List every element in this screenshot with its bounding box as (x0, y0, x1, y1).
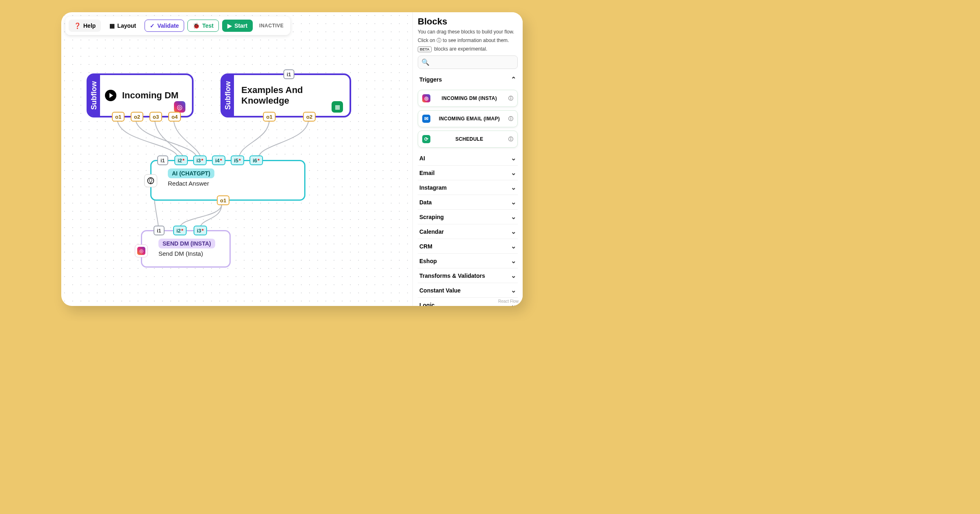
subflow-tab: Subflow (222, 75, 234, 116)
block-label: INCOMING DM (INSTA) (434, 95, 504, 101)
mail-icon: ✉ (422, 115, 430, 123)
validate-button[interactable]: ✓ Validate (145, 20, 184, 32)
blocks-sidebar: Blocks You can drag these blocks to buil… (412, 12, 523, 306)
port-output[interactable]: o4 (168, 112, 181, 122)
start-button[interactable]: ▶ Start (222, 20, 253, 32)
triggers-list: ◎ INCOMING DM (INSTA) ⓘ ✉ INCOMING EMAIL… (418, 90, 518, 148)
play-circle-icon (105, 90, 116, 101)
chevron-down-icon (511, 154, 516, 162)
port-input[interactable]: i1 (283, 69, 294, 79)
category-label: Data (419, 199, 432, 206)
category-calendar[interactable]: Calendar (418, 224, 518, 239)
subflow-incoming-dm[interactable]: Subflow Incoming DM ◎ o1 o2 o3 o4 (87, 73, 194, 117)
node-send-dm[interactable]: ◎ SEND DM (INSTA) Send DM (Insta) i1 i2*… (141, 230, 231, 268)
category-label: Instagram (419, 184, 447, 191)
svg-point-0 (148, 178, 154, 184)
category-label: Triggers (419, 76, 442, 83)
port-input[interactable]: i1 (154, 226, 165, 235)
category-label: Scraping (419, 214, 444, 220)
port-output[interactable]: o1 (112, 112, 125, 122)
node-header: AI (CHATGPT) (168, 168, 214, 178)
subflow-tab: Subflow (88, 75, 100, 116)
port-input[interactable]: i6* (249, 155, 263, 165)
port-input[interactable]: i2* (174, 155, 188, 165)
sidebar-desc-line3: BETA blocks are experimental. (418, 46, 518, 53)
beta-badge: BETA (418, 47, 432, 52)
block-incoming-dm[interactable]: ◎ INCOMING DM (INSTA) ⓘ (418, 90, 518, 107)
category-scraping[interactable]: Scraping (418, 210, 518, 224)
port-input[interactable]: i4* (212, 155, 225, 165)
repeat-icon: ⟳ (422, 135, 430, 143)
port-output[interactable]: o1 (217, 195, 229, 205)
search-icon: 🔍 (421, 58, 430, 66)
block-search[interactable]: 🔍 (418, 55, 518, 69)
port-input[interactable]: i3* (194, 226, 207, 235)
toolbar: ❓ Help ▦ Layout ✓ Validate 🐞 Test ▶ Star… (65, 16, 290, 35)
sidebar-desc-line2: Click on ⓘ to see information about them… (418, 37, 518, 44)
category-triggers[interactable]: Triggers (418, 72, 518, 86)
grid-icon: ▦ (109, 22, 115, 29)
port-output[interactable]: o2 (131, 112, 143, 122)
chevron-down-icon (511, 228, 516, 235)
instagram-icon: ◎ (135, 244, 148, 257)
chevron-up-icon (511, 75, 516, 83)
test-label: Test (202, 22, 214, 29)
help-label: Help (83, 22, 96, 29)
play-icon: ▶ (227, 22, 232, 29)
node-ai-chatgpt[interactable]: AI (CHATGPT) Redact Answer i1 i2* i3* i4… (150, 160, 305, 201)
info-icon: ⓘ (437, 38, 441, 43)
chevron-down-icon (511, 184, 516, 191)
category-email[interactable]: Email (418, 166, 518, 180)
test-button[interactable]: 🐞 Test (187, 20, 219, 32)
node-subtitle: Redact Answer (168, 180, 304, 187)
port-input[interactable]: i1 (157, 155, 168, 165)
block-label: INCOMING EMAIL (IMAP) (434, 116, 504, 122)
block-label: SCHEDULE (434, 136, 504, 142)
category-label: Calendar (419, 228, 444, 235)
node-subtitle: Send DM (Insta) (158, 250, 229, 257)
category-instagram[interactable]: Instagram (418, 180, 518, 195)
subflow-examples[interactable]: Subflow Examples And Knowledge ▦ i1 o1 o… (220, 73, 351, 117)
layout-label: Layout (117, 22, 136, 29)
openai-icon (144, 174, 157, 187)
category-label: Transforms & Validators (419, 273, 485, 279)
subflow-title: Incoming DM (122, 90, 178, 101)
category-constant-value[interactable]: Constant Value (418, 283, 518, 298)
port-output[interactable]: o3 (149, 112, 162, 122)
chevron-down-icon (511, 213, 516, 221)
check-icon: ✓ (150, 22, 155, 29)
status-badge: INACTIVE (256, 21, 287, 30)
category-crm[interactable]: CRM (418, 239, 518, 254)
chevron-down-icon (511, 257, 516, 265)
category-data[interactable]: Data (418, 195, 518, 210)
port-input[interactable]: i3* (193, 155, 207, 165)
info-icon[interactable]: ⓘ (508, 115, 513, 122)
validate-label: Validate (157, 22, 179, 29)
block-schedule[interactable]: ⟳ SCHEDULE ⓘ (418, 131, 518, 148)
info-icon[interactable]: ⓘ (508, 136, 513, 143)
port-input[interactable]: i5* (231, 155, 244, 165)
category-ai[interactable]: AI (418, 151, 518, 166)
category-label: Eshop (419, 258, 437, 264)
help-button[interactable]: ❓ Help (69, 20, 101, 32)
search-input[interactable] (432, 59, 514, 65)
chevron-down-icon (511, 242, 516, 250)
layout-button[interactable]: ▦ Layout (104, 20, 141, 32)
app-window: ❓ Help ▦ Layout ✓ Validate 🐞 Test ▶ Star… (61, 12, 523, 306)
block-incoming-email[interactable]: ✉ INCOMING EMAIL (IMAP) ⓘ (418, 110, 518, 127)
port-output[interactable]: o2 (303, 112, 316, 122)
port-output[interactable]: o1 (263, 112, 276, 122)
category-eshop[interactable]: Eshop (418, 254, 518, 268)
category-label: CRM (419, 243, 432, 250)
node-header: SEND DM (INSTA) (158, 239, 215, 248)
help-icon: ❓ (74, 22, 81, 29)
info-icon[interactable]: ⓘ (508, 95, 513, 102)
category-transforms-validators[interactable]: Transforms & Validators (418, 268, 518, 283)
instagram-icon: ◎ (174, 101, 185, 113)
sidebar-title: Blocks (418, 16, 518, 27)
sidebar-desc-line1: You can drag these blocks to build your … (418, 29, 518, 35)
port-input[interactable]: i2* (173, 226, 187, 235)
chevron-down-icon (511, 198, 516, 206)
bug-icon: 🐞 (193, 22, 200, 29)
flow-canvas[interactable]: ❓ Help ▦ Layout ✓ Validate 🐞 Test ▶ Star… (61, 12, 412, 306)
